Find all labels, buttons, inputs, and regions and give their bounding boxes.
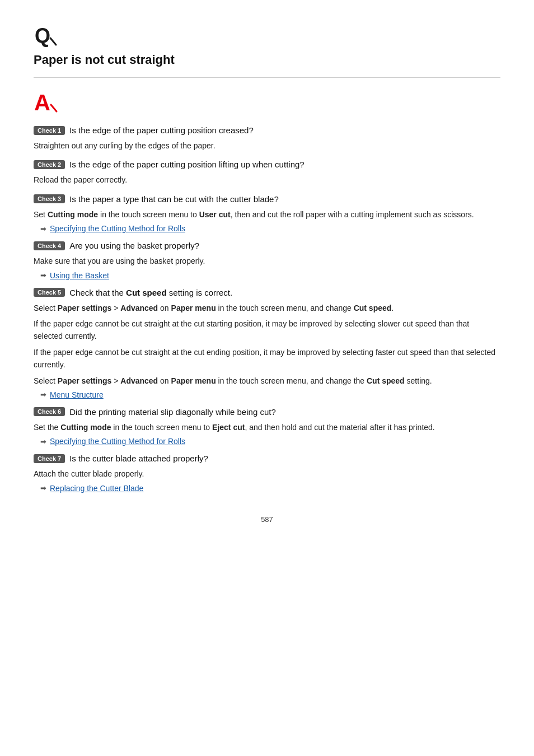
- check2-row: Check 2 Is the edge of the paper cutting…: [34, 160, 500, 169]
- check4-link[interactable]: Using the Basket: [50, 271, 109, 280]
- arrow-icon-2: ➡: [40, 271, 46, 279]
- arrow-icon-5: ➡: [40, 484, 46, 492]
- check7-row: Check 7 Is the cutter blade attached pro…: [34, 454, 500, 463]
- check1-section: Check 1 Is the edge of the paper cutting…: [34, 125, 500, 152]
- check6-row: Check 6 Did the printing material slip d…: [34, 407, 500, 417]
- check5-section: Check 5 Check that the Cut speed setting…: [34, 288, 500, 399]
- check4-section: Check 4 Are you using the basket properl…: [34, 241, 500, 279]
- check4-link-row: ➡ Using the Basket: [40, 271, 500, 280]
- check1-body: Straighten out any curling by the edges …: [34, 139, 500, 152]
- check7-body: Attach the cutter blade properly.: [34, 468, 500, 480]
- header-section: Q Paper is not cut straight: [34, 22, 500, 67]
- check5-badge: Check 5: [34, 288, 65, 297]
- check6-link[interactable]: Specifying the Cutting Method for Rolls: [50, 437, 185, 446]
- svg-text:Q: Q: [35, 24, 50, 47]
- check2-body: Reload the paper correctly.: [34, 174, 500, 186]
- check3-link-row: ➡ Specifying the Cutting Method for Roll…: [40, 224, 500, 233]
- check7-link[interactable]: Replacing the Cutter Blade: [50, 484, 143, 493]
- check3-badge: Check 3: [34, 194, 65, 203]
- arrow-icon-3: ➡: [40, 390, 46, 399]
- check7-section: Check 7 Is the cutter blade attached pro…: [34, 454, 500, 492]
- check2-section: Check 2 Is the edge of the paper cutting…: [34, 160, 500, 186]
- check5-body2: If the paper edge cannot be cut straight…: [34, 318, 500, 343]
- check3-link[interactable]: Specifying the Cutting Method for Rolls: [50, 224, 185, 233]
- check7-badge: Check 7: [34, 454, 65, 463]
- check6-section: Check 6 Did the printing material slip d…: [34, 407, 500, 446]
- check3-row: Check 3 Is the paper a type that can be …: [34, 194, 500, 204]
- check7-question: Is the cutter blade attached properly?: [69, 454, 208, 463]
- check4-badge: Check 4: [34, 241, 65, 250]
- check6-body: Set the Cutting mode in the touch screen…: [34, 421, 500, 433]
- page-number: 587: [34, 515, 500, 524]
- check6-link-row: ➡ Specifying the Cutting Method for Roll…: [40, 437, 500, 446]
- q-icon: Q: [34, 22, 58, 50]
- check1-badge: Check 1: [34, 126, 65, 135]
- check5-link-row: ➡ Menu Structure: [40, 390, 500, 399]
- svg-text:A: A: [34, 90, 50, 114]
- check6-question: Did the printing material slip diagonall…: [69, 407, 276, 417]
- a-icon: A: [34, 89, 500, 115]
- check4-row: Check 4 Are you using the basket properl…: [34, 241, 500, 250]
- check5-link[interactable]: Menu Structure: [50, 390, 104, 399]
- check3-body: Set Cutting mode in the touch screen men…: [34, 208, 500, 221]
- check5-body4: Select Paper settings > Advanced on Pape…: [34, 375, 500, 387]
- check6-badge: Check 6: [34, 407, 65, 416]
- svg-line-1: [50, 38, 56, 45]
- arrow-icon-4: ➡: [40, 437, 46, 446]
- check1-question: Is the edge of the paper cutting positio…: [69, 125, 254, 135]
- check2-question: Is the edge of the paper cutting positio…: [69, 160, 304, 169]
- arrow-icon-1: ➡: [40, 225, 46, 233]
- check3-section: Check 3 Is the paper a type that can be …: [34, 194, 500, 233]
- check4-question: Are you using the basket properly?: [69, 241, 199, 250]
- check5-body1: Select Paper settings > Advanced on Pape…: [34, 302, 500, 314]
- check4-body: Make sure that you are using the basket …: [34, 255, 500, 267]
- check1-row: Check 1 Is the edge of the paper cutting…: [34, 125, 500, 135]
- check2-badge: Check 2: [34, 160, 65, 169]
- check5-body3: If the paper edge cannot be cut straight…: [34, 346, 500, 371]
- check3-question: Is the paper a type that can be cut with…: [69, 194, 279, 204]
- page-title: Paper is not cut straight: [34, 53, 500, 67]
- check7-link-row: ➡ Replacing the Cutter Blade: [40, 484, 500, 493]
- svg-line-3: [51, 105, 57, 111]
- check5-question: Check that the Cut speed setting is corr…: [69, 288, 232, 297]
- section-divider: [34, 77, 500, 78]
- check5-row: Check 5 Check that the Cut speed setting…: [34, 288, 500, 297]
